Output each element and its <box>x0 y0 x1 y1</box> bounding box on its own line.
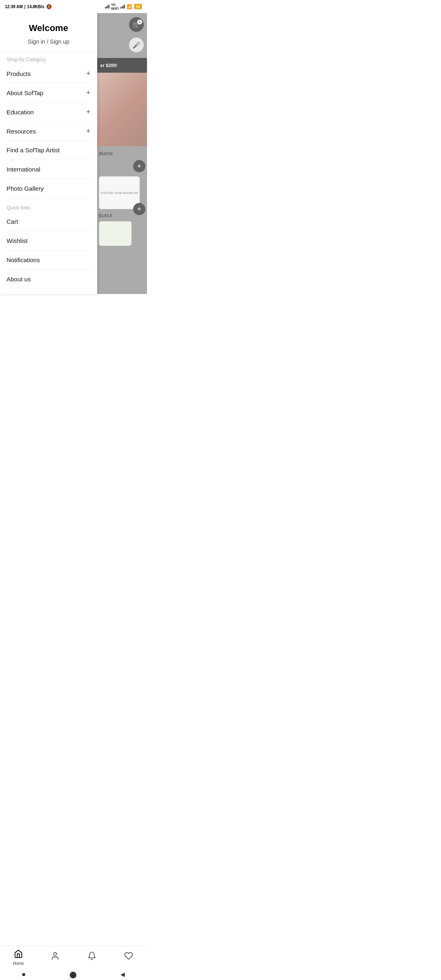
main-screen: Welcome Sign in / Sign up Shop by Catego… <box>0 13 147 294</box>
resources-label: Resources <box>7 128 36 135</box>
expand-icon-education: + <box>86 108 91 116</box>
quick-links-section: Quick links Cart Wishlist Notifications … <box>0 198 97 294</box>
shop-category-section: Shop by Category Products + About SofTap… <box>0 52 97 198</box>
hero-image <box>97 73 147 146</box>
menu-item-notifications[interactable]: Notifications <box>7 251 91 270</box>
expand-icon-products: + <box>86 70 91 77</box>
mute-icon: 🔕 <box>46 4 52 9</box>
wifi-icon: 📶 <box>127 4 132 9</box>
shop-section-label: Shop by Category <box>7 57 91 62</box>
navigation-drawer: Welcome Sign in / Sign up Shop by Catego… <box>0 13 97 294</box>
expand-icon-resources: + <box>86 127 91 135</box>
background-content: 🛒 0 🎤 er $200! ducts + SOFTAP. ional Nee… <box>97 13 147 294</box>
products-section-title: ducts <box>99 150 113 156</box>
product-card-text: SOFTAP. ional Needle Kit <box>100 191 138 195</box>
menu-item-about-softap[interactable]: About SofTap + <box>7 83 91 102</box>
mic-icon: 🎤 <box>129 38 144 52</box>
expand-icon-about: + <box>86 89 91 96</box>
product-price: $144.5 <box>99 213 113 218</box>
promo-banner: er $200! <box>97 58 147 73</box>
menu-item-about-us[interactable]: About us <box>7 270 91 289</box>
cart-badge: 0 <box>137 20 142 24</box>
status-right: VoWiFi 📶 99 <box>105 2 142 11</box>
product-card-1: SOFTAP. ional Needle Kit <box>99 176 140 209</box>
banner-text: er $200! <box>100 63 118 68</box>
product-card-2 <box>99 221 131 246</box>
menu-item-contact-us[interactable]: Contact us <box>7 289 91 294</box>
add-product-button: + <box>133 160 145 172</box>
status-bar: 12:39 AM | 14.8KB/s 🔕 VoWiFi 📶 99 <box>0 0 147 13</box>
education-label: Education <box>7 109 34 116</box>
products-label: Products <box>7 70 31 77</box>
status-left: 12:39 AM | 14.8KB/s 🔕 <box>5 4 52 9</box>
welcome-title: Welcome <box>7 23 91 33</box>
wishlist-label: Wishlist <box>7 237 28 244</box>
battery-badge: 99 <box>134 4 142 9</box>
data-speed: 14.8KB/s <box>27 4 44 9</box>
menu-item-cart[interactable]: Cart <box>7 212 91 232</box>
add-product-button-2: + <box>133 203 145 215</box>
menu-item-resources[interactable]: Resources + <box>7 122 91 141</box>
signin-link[interactable]: Sign in / Sign up <box>7 38 91 45</box>
photo-gallery-label: Photo Gallery <box>7 185 44 192</box>
international-label: International <box>7 166 40 173</box>
menu-item-international[interactable]: International <box>7 160 91 179</box>
signal-bars-2 <box>120 4 125 9</box>
notifications-label: Notifications <box>7 256 40 263</box>
menu-item-products[interactable]: Products + <box>7 64 91 83</box>
signal-bars <box>105 4 109 9</box>
quick-links-label: Quick links <box>7 205 91 211</box>
menu-item-photo-gallery[interactable]: Photo Gallery <box>7 179 91 198</box>
time: 12:39 AM <box>5 4 23 9</box>
about-us-label: About us <box>7 276 31 283</box>
menu-item-find-artist[interactable]: Find a SofTap Artist <box>7 141 91 160</box>
menu-item-wishlist[interactable]: Wishlist <box>7 232 91 251</box>
about-softap-label: About SofTap <box>7 89 43 96</box>
menu-item-education[interactable]: Education + <box>7 102 91 122</box>
find-artist-label: Find a SofTap Artist <box>7 147 60 154</box>
cart-icon: 🛒 0 <box>129 17 144 32</box>
separator: | <box>24 4 26 9</box>
vo-wifi-label: VoWiFi <box>111 2 119 11</box>
cart-label: Cart <box>7 218 18 225</box>
drawer-header: Welcome Sign in / Sign up <box>0 13 97 52</box>
